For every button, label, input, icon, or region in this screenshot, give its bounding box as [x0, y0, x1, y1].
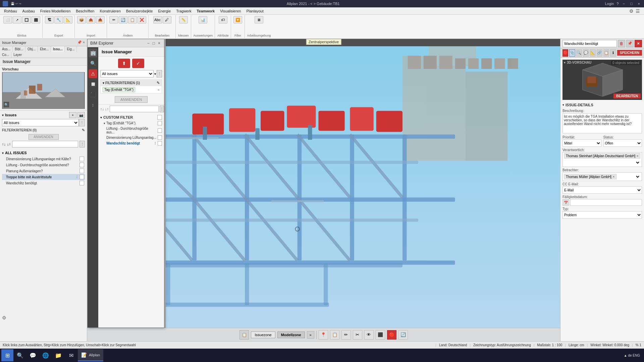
tb-bearbeiten-2[interactable]: 🖊: [163, 16, 171, 23]
viewport-tool-record[interactable]: 🔴: [387, 330, 396, 340]
tb-export-3[interactable]: 📐: [64, 16, 72, 23]
viewport-tool-layers[interactable]: ⬛: [376, 330, 385, 340]
menu-rohbau[interactable]: Rohbau: [1, 8, 20, 14]
issue-checkbox-2[interactable]: [79, 163, 84, 167]
rp-close-btn[interactable]: ×: [635, 40, 642, 47]
issue-checkbox-4[interactable]: [79, 175, 84, 179]
restore-btn[interactable]: □: [629, 2, 634, 6]
menu-planlayout[interactable]: Planlayout: [244, 8, 266, 14]
menu-konstruieren[interactable]: Konstruieren: [97, 8, 123, 14]
viewport-tool-location[interactable]: 📍: [319, 330, 328, 340]
close-btn[interactable]: ×: [637, 2, 641, 6]
issues-search-menu-btn[interactable]: ⋮: [79, 141, 85, 147]
rp-responsible-add-select[interactable]: [564, 159, 640, 166]
bim-nav-icon-1[interactable]: 🏢: [89, 49, 97, 57]
rp-tool-view[interactable]: 🔍: [576, 49, 582, 57]
issue-checkbox-5[interactable]: [79, 181, 84, 185]
rp-tool-attach[interactable]: 📎: [569, 49, 575, 57]
tb-export-2[interactable]: 🔧: [54, 16, 63, 23]
cf-item-4[interactable]: Wandschlitz benötigt ⋮: [100, 140, 162, 146]
help-btn[interactable]: ?: [616, 2, 619, 6]
rp-delete-btn[interactable]: 🗑: [618, 40, 625, 47]
menu-teamwork[interactable]: Teamwork: [194, 8, 218, 14]
filter-criteria-edit-icon[interactable]: ✎: [82, 128, 85, 132]
cf-item-checkbox-4[interactable]: [158, 141, 162, 145]
tb-aendern-2[interactable]: 🔄: [119, 16, 127, 23]
bim-explorer-max-btn[interactable]: □: [152, 41, 156, 46]
tab-ebe[interactable]: Ebe...: [38, 46, 51, 52]
issue-camera-btn[interactable]: 📷: [77, 112, 85, 118]
tb-icon-3[interactable]: 🔲: [22, 16, 31, 23]
rp-tool-link[interactable]: 🔗: [597, 49, 602, 57]
left-panel-apply-btn[interactable]: ANWENDEN: [29, 134, 59, 140]
rp-tool-copy[interactable]: 📋: [603, 49, 609, 57]
rp-responsible-remove-icon[interactable]: ×: [636, 154, 638, 158]
issue-item-2[interactable]: Lüftung - Durchbruchsgröße ausreichend?: [2, 162, 85, 168]
tb-filter-1[interactable]: 🔽: [233, 16, 242, 23]
issue-checkbox-3[interactable]: [79, 169, 84, 173]
menu-freies-modellieren[interactable]: Freies Modellieren: [38, 8, 73, 14]
left-panel-settings-icon[interactable]: ⚙: [2, 315, 6, 320]
viewport-tool-pencil[interactable]: ✏: [341, 330, 351, 340]
tb-messen-1[interactable]: 📏: [179, 16, 188, 23]
viewport-issue-zone-icon[interactable]: 📋: [239, 330, 249, 340]
custom-filter-header[interactable]: ▾ CUSTOM FILTER: [100, 114, 162, 120]
issue-add-btn[interactable]: +: [69, 112, 76, 118]
rp-tool-info[interactable]: ℹ: [610, 49, 616, 57]
menu-visualisieren[interactable]: Visualisieren: [217, 8, 244, 14]
viewport-tool-capture[interactable]: 📋: [330, 330, 339, 340]
tab-bibl[interactable]: Bibl...: [13, 46, 25, 52]
bim-nav-icon-6[interactable]: ↕: [89, 101, 97, 109]
panel-close-icon[interactable]: ×: [83, 40, 85, 45]
im-accept-btn[interactable]: ✓: [132, 59, 144, 68]
im-export-btn[interactable]: ⬆: [118, 59, 130, 68]
tab-co[interactable]: Co...: [0, 52, 11, 58]
tab-ass[interactable]: Ass...: [0, 46, 13, 52]
issues-filter-menu-btn[interactable]: ⋮: [79, 119, 85, 126]
issue-item-5[interactable]: Wandschlitz benötigt: [2, 180, 85, 186]
viewport-issuezone-btn[interactable]: Issuezone: [251, 331, 275, 338]
rp-priority-select[interactable]: Mittel: [562, 139, 601, 147]
tb-aendern-1[interactable]: ✏: [109, 16, 118, 23]
rp-due-date-input[interactable]: [570, 199, 642, 206]
rp-status-select[interactable]: Offen: [603, 139, 642, 147]
taskbar-mail-icon[interactable]: ✉: [65, 349, 77, 361]
tb-export-1[interactable]: 🏗: [45, 16, 54, 23]
tb-aendern-3[interactable]: 📋: [128, 16, 137, 23]
tab-issu[interactable]: Issu...: [51, 46, 65, 52]
taskbar-explorer-icon[interactable]: 📁: [52, 349, 64, 361]
all-issues-collapse-arrow[interactable]: ▾: [2, 151, 4, 155]
im-filter-menu-btn[interactable]: ⋮: [157, 70, 162, 77]
bim-nav-icon-3[interactable]: ⚠: [89, 69, 97, 78]
viewport-modellzone-btn[interactable]: Modellzone: [277, 331, 305, 338]
rp-edit-btn[interactable]: BEARBEITEN: [613, 94, 641, 99]
cf-item-checkbox-1[interactable]: [158, 121, 162, 125]
rp-title-input[interactable]: [562, 40, 617, 47]
rp-type-select[interactable]: Problem: [562, 211, 642, 219]
viewport-tool-eye[interactable]: 👁: [364, 330, 374, 340]
rp-tool-red[interactable]: 🔴: [562, 49, 568, 57]
rp-pin-btn[interactable]: 📌: [626, 40, 634, 47]
menu-energie[interactable]: Energie: [155, 8, 173, 14]
cf-item-menu-4[interactable]: ⋮: [154, 142, 157, 145]
rp-cc-email-select[interactable]: E-Mail: [562, 186, 642, 194]
tb-icon-2[interactable]: ↗: [13, 16, 21, 23]
tb-aendern-x[interactable]: ❌: [138, 16, 146, 23]
bim-nav-icon-2[interactable]: 🔍: [89, 59, 97, 68]
issue-item-1[interactable]: Dimensionierung Lüftungsanlage mit Kälte…: [2, 156, 85, 162]
taskbar-allplan-btn[interactable]: 📝 Allplan: [78, 349, 103, 361]
cf-item-checkbox-3[interactable]: [158, 135, 162, 140]
preview-zoom-btn[interactable]: 🔍: [3, 102, 9, 108]
menu-tragwerk[interactable]: Tragwerk: [173, 8, 194, 14]
issues-search-input[interactable]: [12, 141, 78, 147]
menu-benutzerobjekte[interactable]: Benutzerobejkte: [123, 8, 156, 14]
login-btn[interactable]: Login: [605, 2, 614, 6]
cf-item-3[interactable]: Dimensionierung Lüftungsanlag...: [100, 135, 162, 140]
rp-save-btn[interactable]: SPEICHERN: [617, 50, 642, 56]
im-search-menu-btn[interactable]: ⋮: [160, 106, 164, 112]
cf-item-2[interactable]: Lüftung - Durchbruchsgröße aus...: [100, 126, 162, 135]
issue-item-3[interactable]: Planung Außenanlagen?: [2, 168, 85, 174]
panel-pin-icon[interactable]: 📌: [77, 40, 82, 45]
tb-import-1[interactable]: 📦: [77, 16, 86, 23]
tb-icon-1[interactable]: ⬜: [3, 16, 12, 23]
